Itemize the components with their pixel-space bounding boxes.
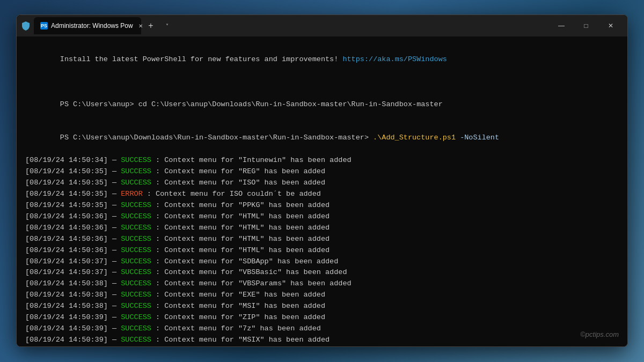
dash: — — [108, 201, 121, 209]
timestamp: [08/19/24 14:50:38] — [25, 302, 108, 310]
log-message: : Context menu for "ISO" has been added — [151, 179, 325, 187]
window-controls: — □ ✕ — [549, 17, 623, 34]
dash: — — [108, 156, 121, 164]
dash: — — [108, 257, 121, 265]
dash: — — [108, 313, 121, 321]
dash: — — [108, 336, 121, 344]
log-line-17: [08/19/24 14:50:40] — SUCCESS : Context … — [25, 346, 619, 346]
minimize-button[interactable]: — — [549, 17, 574, 34]
install-notice-line: Install the latest PowerShell for new fe… — [25, 43, 619, 77]
log-message: : Context menu for "VBSParams" has been … — [151, 279, 352, 287]
watermark: ©pctips.com — [580, 329, 619, 340]
timestamp: [08/19/24 14:50:37] — [25, 268, 108, 276]
status-success: SUCCESS — [121, 224, 151, 232]
cd-command-line: PS C:\Users\anup> cd C:\Users\anup\Downl… — [25, 88, 619, 122]
desktop: PS Administrator: Windows Pow ✕ + ˅ — □ … — [0, 0, 644, 362]
active-tab[interactable]: PS Administrator: Windows Pow ✕ — [34, 17, 141, 34]
status-success: SUCCESS — [121, 313, 151, 321]
status-success: SUCCESS — [121, 156, 151, 164]
log-message: : Context menu for "HTML" has been added — [151, 224, 330, 232]
log-message: : Context menu for "Intunewin" has been … — [151, 156, 352, 164]
timestamp: [08/19/24 14:50:39] — [25, 324, 108, 333]
log-line-2: [08/19/24 14:50:35] — SUCCESS : Context … — [25, 178, 619, 189]
status-success: SUCCESS — [121, 246, 151, 254]
log-message: : Context menu for "HTML" has been added — [151, 246, 330, 254]
dash: — — [108, 291, 121, 299]
status-success: SUCCESS — [121, 291, 151, 299]
log-message: : Context menu for "VBSBasic" has been a… — [151, 268, 347, 276]
timestamp: [08/19/24 14:50:38] — [25, 291, 108, 299]
shield-icon — [21, 21, 31, 31]
tab-title: Administrator: Windows Pow — [51, 22, 133, 29]
log-line-5: [08/19/24 14:50:36] — SUCCESS : Context … — [25, 211, 619, 223]
new-tab-button[interactable]: + — [143, 18, 158, 33]
log-line-14: [08/19/24 14:50:39] — SUCCESS : Context … — [25, 312, 619, 323]
dash: — — [108, 224, 121, 232]
log-message: : Context menu for "HTML" has been added — [151, 212, 330, 220]
dash: — — [108, 179, 121, 187]
close-button[interactable]: ✕ — [598, 17, 623, 34]
title-bar: PS Administrator: Windows Pow ✕ + ˅ — □ … — [17, 15, 627, 36]
powershell-window: PS Administrator: Windows Pow ✕ + ˅ — □ … — [16, 14, 628, 347]
timestamp: [08/19/24 14:50:38] — [25, 279, 108, 287]
log-line-16: [08/19/24 14:50:39] — SUCCESS : Context … — [25, 335, 619, 346]
log-line-8: [08/19/24 14:50:36] — SUCCESS : Context … — [25, 245, 619, 256]
log-message: : Context menu for "EXE" has been added — [151, 291, 325, 299]
tab-area: PS Administrator: Windows Pow ✕ + ˅ — [34, 17, 547, 34]
log-line-10: [08/19/24 14:50:37] — SUCCESS : Context … — [25, 267, 619, 278]
status-success: SUCCESS — [121, 167, 151, 175]
log-message: : Context menu for "HTML" has been added — [151, 235, 330, 243]
log-line-15: [08/19/24 14:50:39] — SUCCESS : Context … — [25, 323, 619, 335]
tab-dropdown-button[interactable]: ˅ — [160, 19, 173, 32]
timestamp: [08/19/24 14:50:36] — [25, 235, 108, 243]
log-message: : Context menu for "REG" has been added — [151, 167, 325, 175]
log-line-1: [08/19/24 14:50:35] — SUCCESS : Context … — [25, 166, 619, 178]
status-success: SUCCESS — [121, 336, 151, 344]
dash: — — [108, 212, 121, 220]
maximize-button[interactable]: □ — [574, 17, 598, 34]
log-message: : Context menu for "ZIP" has been added — [151, 313, 325, 321]
timestamp: [08/19/24 14:50:34] — [25, 156, 108, 164]
log-lines-container: [08/19/24 14:50:34] — SUCCESS : Context … — [25, 155, 619, 346]
timestamp: [08/19/24 14:50:35] — [25, 201, 108, 209]
log-message: : Context menu for "PPKG" has been added — [151, 201, 330, 209]
status-success: SUCCESS — [121, 212, 151, 220]
dash: — — [108, 190, 121, 198]
status-success: SUCCESS — [121, 179, 151, 187]
dash: — — [108, 235, 121, 243]
log-line-3: [08/19/24 14:50:35] — ERROR : Context me… — [25, 189, 619, 200]
log-line-13: [08/19/24 14:50:38] — SUCCESS : Context … — [25, 301, 619, 312]
dash: — — [108, 302, 121, 310]
log-line-12: [08/19/24 14:50:38] — SUCCESS : Context … — [25, 290, 619, 301]
dash: — — [108, 246, 121, 254]
timestamp: [08/19/24 14:50:37] — [25, 257, 108, 265]
dash: — — [108, 268, 121, 276]
timestamp: [08/19/24 14:50:35] — [25, 179, 108, 187]
log-line-6: [08/19/24 14:50:36] — SUCCESS : Context … — [25, 223, 619, 234]
powershell-tab-icon: PS — [40, 22, 48, 29]
timestamp: [08/19/24 14:50:35] — [25, 167, 108, 175]
log-line-0: [08/19/24 14:50:34] — SUCCESS : Context … — [25, 155, 619, 166]
timestamp: [08/19/24 14:50:36] — [25, 212, 108, 220]
log-message: : Context menu for ISO couldn´t be added — [143, 190, 321, 198]
timestamp: [08/19/24 14:50:36] — [25, 246, 108, 254]
status-success: SUCCESS — [121, 302, 151, 310]
timestamp: [08/19/24 14:50:35] — [25, 190, 108, 198]
timestamp: [08/19/24 14:50:39] — [25, 313, 108, 321]
log-message: : Context menu for "7z" has been added — [151, 324, 321, 333]
log-message: : Context menu for "MSI" has been added — [151, 302, 325, 310]
dash: — — [108, 279, 121, 287]
log-message: : Context menu for "SDBApp" has been add… — [151, 257, 338, 265]
install-notice-text: Install the latest PowerShell for new fe… — [60, 55, 265, 63]
timestamp: [08/19/24 14:50:39] — [25, 336, 108, 344]
dash: — — [108, 167, 121, 175]
status-success: SUCCESS — [121, 324, 151, 333]
terminal-output[interactable]: Install the latest PowerShell for new fe… — [17, 36, 627, 346]
status-success: SUCCESS — [121, 257, 151, 265]
log-line-11: [08/19/24 14:50:38] — SUCCESS : Context … — [25, 278, 619, 290]
status-success: SUCCESS — [121, 201, 151, 209]
status-success: SUCCESS — [121, 279, 151, 287]
log-message: : Context menu for "MSIX" has been added — [151, 336, 330, 344]
status-success: SUCCESS — [121, 235, 151, 243]
log-line-4: [08/19/24 14:50:35] — SUCCESS : Context … — [25, 200, 619, 211]
